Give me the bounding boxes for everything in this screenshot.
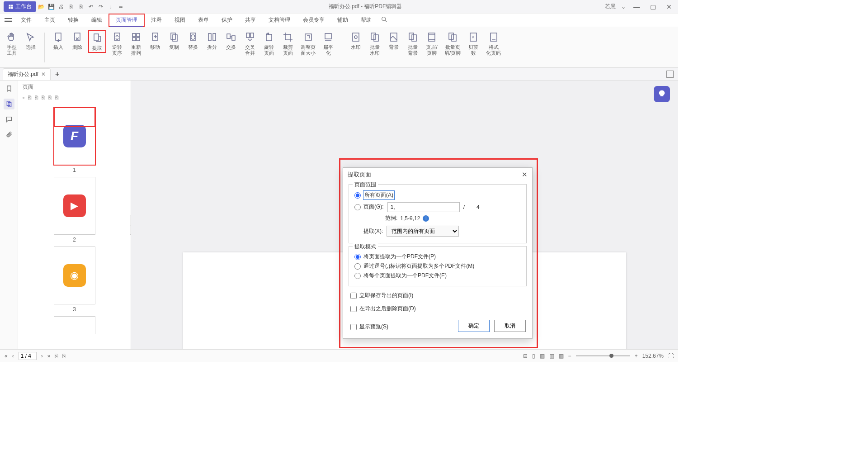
tool-rearrange[interactable]: 重新 排列 <box>128 30 144 57</box>
fullscreen-icon[interactable]: ⛶ <box>668 353 674 359</box>
tool-hand[interactable]: 手型 工具 <box>4 30 20 57</box>
check-preview[interactable]: 显示预览(S) <box>350 323 444 331</box>
menu-home[interactable]: 主页 <box>38 14 61 27</box>
tool-replace[interactable]: 替换 <box>185 30 201 51</box>
minimize-button[interactable]: — <box>631 3 642 10</box>
menu-docmgr[interactable]: 文档管理 <box>262 14 297 27</box>
add-tab-button[interactable]: + <box>55 70 59 78</box>
rail-comments-icon[interactable] <box>4 114 14 125</box>
workbench-button[interactable]: 工作台 <box>4 1 36 12</box>
menu-annotate[interactable]: 注释 <box>145 14 168 27</box>
status-copy-icon[interactable]: ⎘ <box>55 353 58 359</box>
cancel-button[interactable]: 取消 <box>494 320 526 332</box>
thumbnail-3[interactable]: ◉ 3 <box>54 247 95 313</box>
hamburger-icon[interactable] <box>5 18 12 22</box>
export-icon[interactable]: ⎘ <box>66 4 76 10</box>
radio-all-pages[interactable]: 所有页面(A) <box>354 191 521 199</box>
tool-crop[interactable]: 裁剪 页面 <box>280 30 296 57</box>
zoom-slider[interactable] <box>576 355 630 356</box>
tool-split[interactable]: 拆分 <box>204 30 220 51</box>
view-single-icon[interactable]: ▯ <box>532 353 535 359</box>
check-save-now-input[interactable] <box>350 293 357 299</box>
tool-batch-watermark[interactable]: 批量 水印 <box>367 30 383 57</box>
dialog-close-icon[interactable]: ✕ <box>522 171 528 179</box>
panel-toggle-icon[interactable] <box>666 71 674 78</box>
info-icon[interactable]: i <box>423 215 429 222</box>
rail-pages-icon[interactable] <box>4 99 14 109</box>
tool-watermark[interactable]: 水印 <box>348 30 364 51</box>
print-icon[interactable]: 🖨 <box>56 4 66 10</box>
tool-batch-header-footer[interactable]: 批量页 眉/页脚 <box>443 30 462 57</box>
tool-background[interactable]: 背景 <box>386 30 402 51</box>
thumbnail-1[interactable]: F 1 <box>54 107 95 173</box>
tool-move[interactable]: 移动 <box>147 30 163 51</box>
hint-bulb-icon[interactable] <box>654 86 670 102</box>
open-icon[interactable]: 📂 <box>36 4 46 10</box>
tool-rotate[interactable]: 旋转 页面 <box>261 30 277 57</box>
tool-merge[interactable]: 交叉 合并 <box>242 30 258 57</box>
menu-page-management[interactable]: 页面管理 <box>108 14 145 27</box>
document-canvas[interactable]: 提取页面 ✕ 页面范围 所有页面(A) 页面(G): / 4 <box>131 81 678 349</box>
next-page-icon[interactable]: › <box>41 353 43 359</box>
more-icon[interactable]: ≂ <box>116 4 126 10</box>
thumb-tool-4[interactable]: ⎘ <box>42 95 45 101</box>
zoom-in-icon[interactable]: + <box>635 353 638 359</box>
maximize-button[interactable]: ▢ <box>647 3 658 10</box>
save-icon[interactable]: 💾 <box>46 4 56 10</box>
ok-button[interactable]: 确定 <box>458 320 490 332</box>
tool-resize[interactable]: 调整页 面大小 <box>299 30 317 57</box>
radio-all-pages-input[interactable] <box>354 192 361 199</box>
thumbnail-4[interactable] <box>54 316 95 334</box>
tool-format-page-number[interactable]: 格式 化页码 <box>484 30 503 57</box>
check-save-now[interactable]: 立即保存导出的页面(I) <box>350 292 525 299</box>
check-preview-input[interactable] <box>350 324 357 330</box>
menu-file[interactable]: 文件 <box>14 14 38 27</box>
zoom-out-icon[interactable]: − <box>568 353 571 359</box>
document-tab[interactable]: 福昕办公.pdf ✕ <box>3 68 51 80</box>
radio-mode-single-input[interactable] <box>354 254 361 260</box>
close-window-button[interactable]: ✕ <box>664 3 675 10</box>
radio-pages[interactable]: 页面(G): <box>354 203 384 211</box>
view-book-icon[interactable]: ▥ <box>559 353 564 359</box>
radio-mode-each[interactable]: 将每个页面提取为一个PDF文件(E) <box>354 272 521 280</box>
tool-reverse[interactable]: 逆转 页序 <box>109 30 125 57</box>
menu-help[interactable]: 帮助 <box>354 14 378 27</box>
user-dropdown-icon[interactable]: ⌄ <box>621 4 626 10</box>
tool-extract[interactable]: 提取 <box>88 30 106 53</box>
rail-bookmark-icon[interactable] <box>4 83 14 94</box>
fit-width-icon[interactable]: ⊟ <box>523 353 528 359</box>
first-page-icon[interactable]: « <box>5 353 8 359</box>
thumb-tool-3[interactable]: ⎘ <box>35 95 38 101</box>
thumbnail-2[interactable]: ▶ 2 <box>54 177 95 243</box>
pages-input[interactable] <box>387 202 460 212</box>
radio-mode-each-input[interactable] <box>354 273 361 279</box>
menu-vip[interactable]: 会员专享 <box>297 14 331 27</box>
page-icon[interactable]: ⎘ <box>76 4 86 10</box>
prev-page-icon[interactable]: ‹ <box>12 353 14 359</box>
tool-swap[interactable]: 交换 <box>223 30 239 51</box>
radio-mode-comma-input[interactable] <box>354 263 361 270</box>
check-delete-after-input[interactable] <box>350 306 357 312</box>
search-icon[interactable] <box>381 16 388 24</box>
tool-copy[interactable]: 复制 <box>166 30 182 51</box>
radio-pages-input[interactable] <box>354 204 361 210</box>
menu-view[interactable]: 视图 <box>168 14 192 27</box>
thumb-tool-1[interactable]: ▫ <box>23 95 24 101</box>
tool-select[interactable]: 选择 <box>23 30 39 51</box>
tool-delete[interactable]: 删除 <box>69 30 85 51</box>
tool-bates[interactable]: #贝茨 数 <box>465 30 481 57</box>
tool-flatten[interactable]: 扁平 化 <box>320 30 336 57</box>
close-tab-icon[interactable]: ✕ <box>41 71 46 77</box>
radio-mode-comma[interactable]: 通过逗号(,)标识将页面提取为多个PDF文件(M) <box>354 262 521 270</box>
view-cont-icon[interactable]: ▥ <box>540 353 545 359</box>
thumb-tool-5[interactable]: ⎘ <box>48 95 52 101</box>
user-name[interactable]: 若愚 <box>605 3 616 10</box>
tool-batch-background[interactable]: 批量 背景 <box>405 30 421 57</box>
thumb-tool-2[interactable]: ⎘ <box>28 95 31 101</box>
last-page-icon[interactable]: » <box>47 353 51 359</box>
menu-form[interactable]: 表单 <box>192 14 215 27</box>
view-facing-icon[interactable]: ▥ <box>549 353 554 359</box>
extract-scope-select[interactable]: 范围内的所有页面 <box>387 226 459 237</box>
status-copy2-icon[interactable]: ⎘ <box>62 353 66 359</box>
page-input[interactable] <box>19 352 37 360</box>
